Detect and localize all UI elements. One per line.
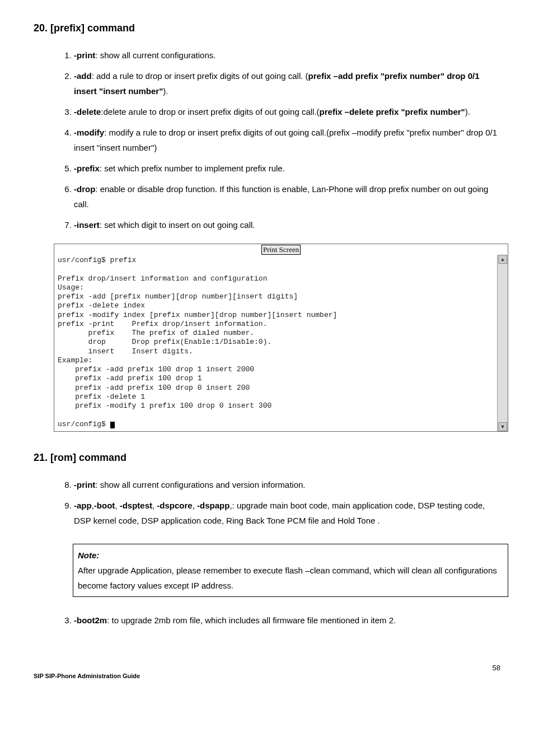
list-item: -drop: enable or disable drop function. … (74, 181, 500, 212)
note-title: Note: (78, 548, 503, 563)
option-name: -drop (74, 184, 95, 194)
option-desc: : add a rule to drop or insert prefix di… (92, 71, 308, 81)
footer-title: SIP SIP-Phone Administration Guide (34, 673, 140, 679)
option-desc: :delete arule to drop or insert prefix d… (101, 107, 319, 116)
list-item: -insert: set which digit to insert on ou… (74, 217, 500, 232)
list-item: -delete:delete arule to drop or insert p… (74, 104, 500, 119)
scroll-up-icon[interactable]: ▲ (498, 255, 507, 264)
option-desc: : show all current configurations and ve… (95, 480, 305, 489)
list-item: -prefix: set which prefix number to impl… (74, 161, 500, 176)
option-syntax: prefix –delete prefix "prefix number" (320, 107, 465, 116)
option-name: -boot2m (74, 615, 107, 625)
list-item: -modify: modify a rule to drop or insert… (74, 125, 500, 155)
list-item: -print: show all current configurations … (74, 477, 500, 492)
option-name: -add (74, 71, 92, 81)
print-screen-button[interactable]: Print Screen (261, 245, 301, 255)
option-desc: : set which digit to insert on out going… (100, 220, 255, 230)
option-desc: : show all current configurations. (95, 50, 216, 60)
option-desc: : set which prefix number to implement p… (100, 164, 285, 173)
section-21-heading: 21. [rom] command (34, 452, 500, 464)
option-name: -insert (74, 220, 100, 230)
terminal-panel: Print Screen usr/config$ prefix Prefix d… (54, 244, 508, 432)
option-name: -delete (74, 107, 101, 116)
option-desc: : to upgrade 2mb rom file, which include… (107, 615, 396, 625)
option-name: -prefix (74, 164, 100, 173)
list-item: -app,-boot, -dsptest, -dspcore, -dspapp,… (74, 498, 500, 528)
terminal-body: usr/config$ prefix Prefix drop/insert in… (54, 255, 508, 431)
option-tail: ). (465, 107, 470, 116)
option-name: -dspapp (197, 501, 229, 510)
section-21-list: -print: show all current configurations … (34, 477, 500, 528)
list-item: -add: add a rule to drop or insert prefi… (74, 68, 500, 99)
option-name: -dsptest (120, 501, 152, 510)
scroll-down-icon[interactable]: ▼ (498, 422, 507, 431)
terminal-header: Print Screen (54, 244, 508, 255)
scrollbar[interactable]: ▲ ▼ (497, 255, 508, 431)
option-name: -dspcore (157, 501, 192, 510)
page-number: 58 (493, 664, 500, 672)
option-tail: ). (163, 86, 168, 96)
option-name: -app (74, 501, 92, 510)
page-footer: SIP SIP-Phone Administration Guide 58 (34, 673, 500, 679)
option-name: -print (74, 480, 95, 489)
terminal-lines: usr/config$ prefix Prefix drop/insert in… (58, 256, 337, 428)
option-name: -boot (94, 501, 115, 510)
cursor-icon (110, 422, 115, 428)
option-desc: : modify a rule to drop or insert prefix… (74, 128, 497, 152)
list-item: -boot2m: to upgrade 2mb rom file, which … (74, 613, 500, 628)
section-20-list: -print: show all current configurations.… (34, 48, 500, 232)
list-item: -print: show all current configurations. (74, 48, 500, 63)
section-20-heading: 20. [prefix] command (34, 22, 500, 34)
terminal-text: usr/config$ prefix Prefix drop/insert in… (54, 255, 497, 431)
option-desc: : enable or disable drop function. If th… (74, 184, 488, 209)
section-21-list-cont: -boot2m: to upgrade 2mb rom file, which … (34, 613, 500, 628)
option-name: -print (74, 50, 95, 60)
option-name: -modify (74, 128, 104, 137)
note-body: After upgrade Application, please rememb… (78, 563, 503, 593)
note-box: Note: After upgrade Application, please … (73, 544, 508, 597)
